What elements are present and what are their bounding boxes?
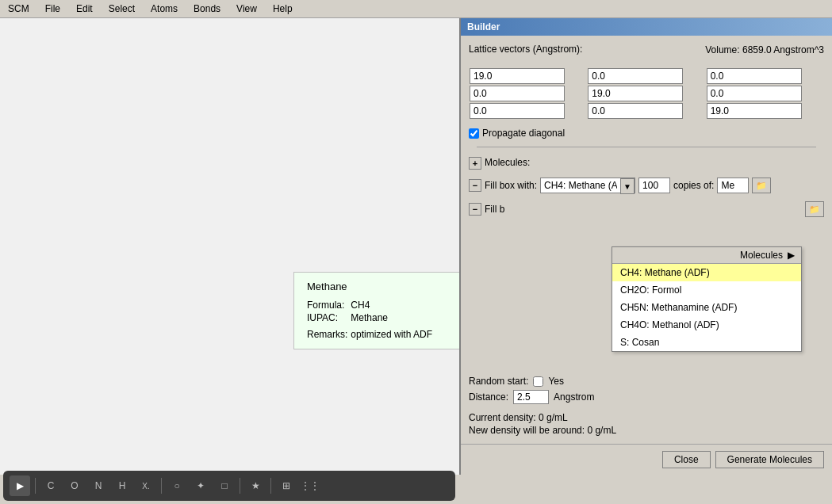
molecule-info-panel: Methane Formula: CH4 IUPAC: Methane Rema… [293,272,459,349]
dropdown-header-label: Molecules [740,250,783,261]
fill-row-2: − Fill b 📁 [469,201,824,217]
divider-1 [477,147,816,147]
menu-atoms[interactable]: Atoms [146,2,182,16]
menubar: SCM File Edit Select Atoms Bonds View He… [0,0,832,18]
main-area: Methane Formula: CH4 IUPAC: Methane Rema… [0,18,832,475]
generate-button[interactable]: Generate Molecules [715,451,824,468]
lattice-r2c1[interactable] [470,86,565,101]
bottom-toolbar: ▶ C O N H X. ○ ✦ □ ★ ⊞ ⋮⋮ [3,471,455,501]
c-tool-icon[interactable]: C [40,475,61,496]
toolbar-sep-3 [240,478,240,494]
builder-footer: Close Generate Molecules [461,444,832,475]
lattice-label: Lattice vectors (Angstrom): [469,44,582,55]
dropdown-item-ch4[interactable]: CH4: Methane (ADF) [612,264,801,281]
lattice-r1c1[interactable] [470,68,565,84]
viewport[interactable]: Methane Formula: CH4 IUPAC: Methane Rema… [0,18,459,475]
toolbar-sep-2 [161,478,162,494]
lattice-row-3 [469,102,824,120]
star-tool-icon[interactable]: ★ [245,475,266,496]
cursor-tool-icon[interactable]: ▶ [10,475,30,496]
lattice-r3c1[interactable] [470,103,565,119]
square-tool-icon[interactable]: □ [214,475,235,496]
volume-label: Volume: 6859.0 Angstrom^3 [705,44,824,55]
dropdown-arrow-icon: ▶ [788,250,795,261]
random-start-label: Random start: [469,376,528,387]
fill-dropdown-button[interactable]: ▼ [620,178,635,194]
browse-folder-2-button[interactable]: 📁 [805,201,824,217]
molecules-label: Molecules: [485,157,530,168]
toolbar-sep-1 [35,478,36,494]
random-start-checkbox[interactable] [533,376,543,387]
distance-input[interactable] [513,390,549,404]
lattice-r2c3[interactable] [707,86,802,101]
x-tool-icon[interactable]: X. [136,475,156,496]
lattice-header-row: Lattice vectors (Angstrom): Volume: 6859… [469,44,824,56]
lattice-r1c3[interactable] [707,68,802,84]
density-section: Current density: 0 g/mL New density will… [469,412,824,437]
lattice-r2c2[interactable] [588,86,683,101]
lattice-table [469,67,824,120]
dropdown-item-ch2o[interactable]: CH2O: Formol [612,281,801,299]
angstrom-label: Angstrom [554,391,594,403]
lattice-row-1 [469,67,824,85]
distance-row: Distance: Angstrom [469,390,824,404]
lattice-r3c2[interactable] [588,103,683,119]
fill-molecule-input[interactable] [541,178,620,193]
dropdown-item-ch4o[interactable]: CH4O: Methanol (ADF) [612,316,801,334]
remarks-label: Remarks: [307,324,351,341]
o-tool-icon[interactable]: O [64,475,85,496]
molecules-header-row: + Molecules: [469,157,824,170]
iupac-value: Methane [351,311,435,324]
copies-input[interactable] [638,178,670,193]
remove-fill-1-button[interactable]: − [469,179,481,192]
lattice-r3c3[interactable] [707,103,802,119]
remove-fill-2-button[interactable]: − [469,203,481,216]
propagate-checkbox[interactable] [469,128,479,139]
propagate-label: Propagate diagonal [482,128,565,139]
molecules-dropdown: Molecules ▶ CH4: Methane (ADF) CH2O: For… [612,246,802,352]
menu-scm[interactable]: SCM [3,2,34,16]
random-start-row: Random start: Yes [469,376,824,387]
molecule-name-input[interactable] [717,178,749,193]
propagate-row: Propagate diagonal [469,128,824,139]
formula-label: Formula: [307,299,351,311]
lattice-row-2 [469,85,824,102]
gear-tool-icon[interactable]: ✦ [190,475,211,496]
builder-bottom: Random start: Yes Distance: Angstrom Cur… [461,369,832,444]
menu-select[interactable]: Select [104,2,140,16]
n-tool-icon[interactable]: N [88,475,109,496]
menu-help[interactable]: Help [268,2,297,16]
menu-view[interactable]: View [232,2,262,16]
distance-label: Distance: [469,391,508,403]
toolbar-sep-4 [270,478,271,494]
formula-value: CH4 [351,299,435,311]
browse-folder-1-button[interactable]: 📁 [752,178,771,193]
lattice-r1c2[interactable] [588,68,683,84]
yes-label: Yes [548,376,564,387]
new-density-label: New density will be around: 0 g/mL [469,425,824,436]
dropdown-item-s[interactable]: S: Cosan [612,334,801,351]
dropdown-item-ch5n[interactable]: CH5N: Methanamine (ADF) [612,299,801,316]
remarks-value: optimized with ADF [351,324,435,341]
h-tool-icon[interactable]: H [112,475,132,496]
fill-label-2: Fill b [485,204,504,215]
molecule-title: Methane [307,281,454,292]
copies-of-label: copies of: [673,180,714,191]
iupac-label: IUPAC: [307,311,351,324]
add-molecule-button[interactable]: + [469,157,481,170]
close-button[interactable]: Close [662,451,711,468]
builder-title: Builder [461,18,832,36]
menu-file[interactable]: File [40,2,65,16]
fill-row-1: − Fill box with: ▼ copies of: 📁 [469,178,824,193]
dropdown-header: Molecules ▶ [612,247,801,264]
circle-tool-icon[interactable]: ○ [167,475,187,496]
layers-tool-icon[interactable]: ⊞ [276,475,297,496]
menu-edit[interactable]: Edit [71,2,98,16]
current-density-label: Current density: 0 g/mL [469,412,824,423]
fill-label-1: Fill box with: [485,180,537,191]
builder-panel: Builder Lattice vectors (Angstrom): Volu… [459,18,832,475]
menu-bonds[interactable]: Bonds [189,2,225,16]
dots-tool-icon[interactable]: ⋮⋮ [300,475,320,496]
